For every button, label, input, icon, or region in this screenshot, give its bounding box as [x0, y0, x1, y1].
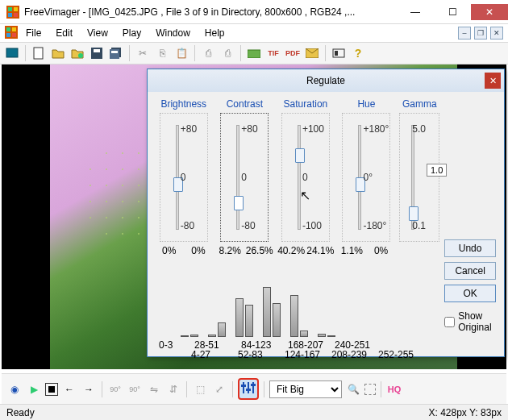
menu-view[interactable]: View [81, 26, 115, 40]
menubar: File Edit View Play Window Help – ❐ ✕ [0, 24, 508, 42]
email-icon[interactable] [303, 44, 321, 62]
print-icon[interactable]: ⎙ [199, 44, 217, 62]
hue-slider[interactable]: +180°0°-180° [342, 113, 390, 242]
menu-window[interactable]: Window [149, 26, 197, 40]
stop-icon[interactable]: ◉ [6, 381, 23, 397]
cancel-button[interactable]: Cancel [444, 262, 496, 280]
flip-h-icon[interactable]: ⇋ [146, 381, 162, 397]
svg-rect-8 [6, 33, 10, 37]
gamma-slider[interactable]: 5.00.1 1.0 [399, 113, 439, 242]
dialog-title: Regulate ✕ [148, 69, 504, 92]
svg-rect-6 [6, 27, 10, 31]
record-stop-icon[interactable] [45, 383, 58, 396]
undo-button[interactable]: Undo [444, 239, 496, 257]
contrast-label: Contrast [217, 98, 273, 110]
svg-rect-23 [248, 382, 249, 393]
hist-label: 52-83 [238, 349, 285, 360]
show-original-checkbox[interactable]: Show Original [444, 310, 496, 333]
print-preview-icon[interactable]: ⎙ [219, 44, 236, 62]
open-folder-icon[interactable] [69, 44, 86, 62]
fullscreen-icon[interactable] [3, 44, 21, 62]
svg-rect-27 [251, 384, 256, 386]
scan-icon[interactable] [245, 44, 263, 62]
gamma-label: Gamma [399, 98, 439, 110]
new-icon[interactable] [30, 44, 48, 62]
next-icon[interactable]: → [81, 381, 97, 397]
saturation-pct-r: 24.1% [306, 245, 333, 256]
hq-icon[interactable]: HQ [386, 381, 402, 397]
svg-rect-26 [246, 389, 251, 391]
copy-icon[interactable]: ⎘ [153, 44, 171, 62]
svg-rect-18 [248, 50, 260, 58]
menu-edit[interactable]: Edit [49, 26, 79, 40]
rotate-cw-icon[interactable]: 90° [107, 381, 123, 397]
status-text: Ready [6, 407, 428, 418]
brightness-slider[interactable]: +800-80 [160, 113, 208, 242]
contrast-pct-r: 26.5% [246, 245, 273, 256]
zoom-icon[interactable]: 🔍 [345, 381, 361, 397]
paste-icon[interactable]: 📋 [173, 44, 190, 62]
bottom-toolbar: ◉ ▶ ← → 90° 90° ⇋ ⇵ ⬚ ⤢ Fit Big 🔍 HQ [2, 373, 506, 404]
play-icon[interactable]: ▶ [26, 381, 42, 397]
close-button[interactable]: ✕ [471, 4, 508, 20]
pdf-icon[interactable]: PDF [284, 44, 302, 62]
save-all-icon[interactable] [107, 44, 125, 62]
cursor-coords: X: 428px Y: 83px [428, 407, 502, 418]
hist-label: 0-3 [159, 339, 194, 351]
tif-icon[interactable]: TIF [264, 44, 282, 62]
save-icon[interactable] [88, 44, 106, 62]
menu-help[interactable]: Help [198, 26, 231, 40]
regulate-dialog: Regulate ✕ Brightness +800-80 0%0% Contr… [147, 69, 505, 357]
gamma-value[interactable]: 1.0 [427, 164, 447, 177]
svg-rect-9 [12, 33, 16, 37]
regulate-button[interactable] [238, 378, 259, 400]
brightness-label: Brightness [156, 98, 212, 110]
svg-point-12 [78, 53, 83, 58]
menu-play[interactable]: Play [116, 26, 148, 40]
contrast-slider[interactable]: +800-80 [220, 113, 269, 242]
saturation-pct-l: 40.2% [277, 245, 304, 256]
open-icon[interactable] [49, 44, 67, 62]
crop-icon[interactable]: ⬚ [192, 381, 208, 397]
cut-icon[interactable]: ✂ [134, 44, 152, 62]
hist-label: 124-167 [285, 349, 331, 360]
svg-rect-17 [111, 51, 118, 53]
mdi-close-button[interactable]: ✕ [490, 27, 503, 40]
slideshow-icon[interactable] [330, 44, 348, 62]
statusbar: Ready X: 428px Y: 83px [0, 404, 508, 420]
minimize-button[interactable]: — [397, 4, 434, 20]
titlebar: FreeVimager - [IMG_0425.JPG , File 3 of … [0, 0, 508, 24]
rotate-ccw-icon[interactable]: 90° [127, 381, 143, 397]
svg-rect-2 [14, 7, 18, 11]
menu-file[interactable]: File [19, 26, 48, 40]
flip-v-icon[interactable]: ⇵ [165, 381, 181, 397]
hue-pct-r: 0% [368, 245, 394, 256]
hist-label: 252-255 [378, 349, 425, 360]
brightness-pct-l: 0% [156, 245, 182, 256]
svg-rect-7 [12, 27, 16, 31]
svg-rect-10 [6, 48, 18, 57]
svg-rect-11 [34, 48, 43, 59]
window-title: FreeVimager - [IMG_0425.JPG , File 3 of … [24, 6, 397, 18]
svg-rect-22 [243, 382, 244, 393]
saturation-slider[interactable]: +1000-100 [281, 113, 330, 242]
svg-rect-25 [241, 385, 246, 387]
dialog-title-text: Regulate [306, 75, 345, 86]
mdi-restore-button[interactable]: ❐ [474, 27, 487, 40]
help-icon[interactable]: ? [349, 44, 367, 62]
maximize-button[interactable]: ☐ [434, 4, 471, 20]
dialog-close-button[interactable]: ✕ [485, 73, 501, 89]
prev-icon[interactable]: ← [61, 381, 77, 397]
contrast-pct-l: 8.2% [217, 245, 244, 256]
zoom-select[interactable]: Fit Big [269, 380, 342, 398]
histogram: 0-3 28-51 84-123 168-207 240-251 4-27 52… [159, 276, 441, 353]
hist-label: 4-27 [191, 349, 238, 360]
resize-icon[interactable]: ⤢ [211, 381, 227, 397]
hist-label: 208-239 [331, 349, 378, 360]
app-icon-small [5, 26, 18, 41]
svg-rect-16 [110, 49, 119, 59]
app-icon [6, 6, 19, 19]
select-icon[interactable] [364, 384, 376, 395]
ok-button[interactable]: OK [444, 285, 496, 302]
mdi-minimize-button[interactable]: – [458, 27, 471, 40]
